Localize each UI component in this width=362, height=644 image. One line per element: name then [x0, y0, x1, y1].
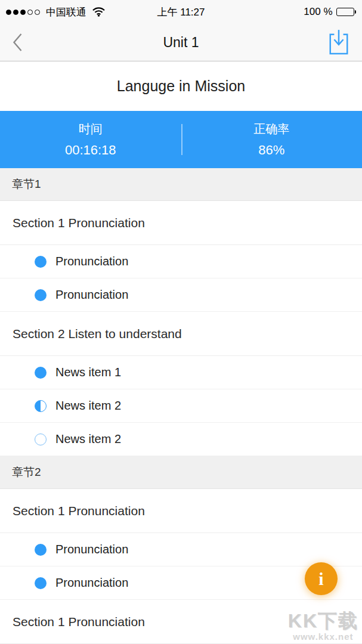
group-header-label: 章节2 [12, 465, 41, 480]
lesson-item-label: Pronunciation [55, 543, 128, 556]
group-header: 章节1 [0, 168, 362, 201]
status-bar: 中国联通 上午 11:27 100 % [0, 0, 362, 24]
lesson-item-label: News item 2 [55, 399, 121, 413]
stats-bar: 时间 00:16:18 正确率 86% [0, 111, 362, 168]
section-row[interactable]: Section 1 Pronunciation [0, 600, 362, 644]
lesson-item-label: Pronunciation [55, 255, 128, 268]
lesson-item-label: News item 1 [55, 366, 121, 379]
group-header: 章节2 [0, 456, 362, 489]
lesson-item-row[interactable]: News item 1 [0, 356, 362, 389]
back-button[interactable] [12, 32, 23, 52]
lesson-item-row[interactable]: Pronunciation [0, 278, 362, 312]
carrier-label: 中国联通 [46, 5, 86, 19]
download-icon [327, 29, 350, 56]
stat-time-value: 00:16:18 [65, 143, 116, 158]
signal-dot [20, 10, 26, 15]
section-row[interactable]: Section 2 Listen to understand [0, 312, 362, 356]
stat-accuracy-label: 正确率 [253, 121, 289, 137]
nav-bar: Unit 1 [0, 24, 362, 61]
info-icon: i [318, 569, 323, 589]
lesson-item-row[interactable]: Pronunciation [0, 245, 362, 278]
progress-dot-icon [35, 256, 47, 268]
lesson-item-label: News item 2 [55, 432, 121, 446]
progress-dot-icon [35, 577, 47, 589]
signal-dot [35, 10, 40, 15]
stat-accuracy-value: 86% [258, 143, 284, 158]
section-label: Section 1 Pronunciation [13, 216, 145, 230]
lesson-item-label: Pronunciation [55, 288, 128, 302]
course-title: Languge in Mission [0, 61, 362, 111]
stat-time: 时间 00:16:18 [0, 111, 181, 168]
signal-dot [27, 10, 33, 15]
status-left: 中国联通 [6, 5, 105, 19]
group-header-label: 章节1 [12, 177, 41, 192]
battery-icon [336, 8, 357, 16]
section-label: Section 2 Listen to understand [13, 327, 182, 341]
wifi-icon [92, 7, 105, 17]
lesson-item-row[interactable]: Pronunciation [0, 533, 362, 566]
stats-divider [181, 124, 182, 155]
lesson-item-label: Pronunciation [55, 576, 128, 590]
section-label: Section 1 Pronunciation [13, 615, 145, 629]
page-title: Unit 1 [0, 35, 362, 51]
battery-percent-label: 100 % [304, 6, 332, 18]
progress-dot-icon [35, 289, 47, 301]
download-button[interactable] [327, 29, 350, 56]
progress-dot-icon [35, 544, 47, 556]
lesson-item-row[interactable]: News item 2 [0, 423, 362, 456]
progress-dot-icon [35, 400, 47, 412]
info-fab-button[interactable]: i [305, 562, 338, 595]
signal-strength-icon [6, 10, 40, 15]
signal-dot [6, 10, 11, 15]
section-row[interactable]: Section 1 Pronunciation [0, 489, 362, 533]
stat-time-label: 时间 [79, 121, 103, 137]
signal-dot [13, 10, 18, 15]
app-screen: 中国联通 上午 11:27 100 % Unit 1 [0, 0, 362, 644]
progress-dot-icon [35, 367, 47, 379]
section-label: Section 1 Pronunciation [13, 504, 145, 518]
section-row[interactable]: Section 1 Pronunciation [0, 201, 362, 245]
lesson-item-row[interactable]: News item 2 [0, 389, 362, 423]
chevron-left-icon [12, 32, 23, 52]
progress-dot-icon [35, 434, 47, 445]
stat-accuracy: 正确率 86% [181, 111, 362, 168]
status-right: 100 % [304, 6, 356, 18]
